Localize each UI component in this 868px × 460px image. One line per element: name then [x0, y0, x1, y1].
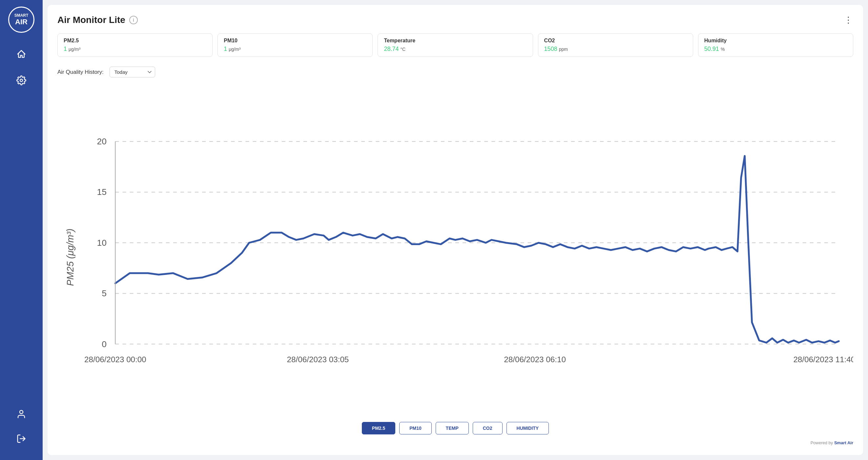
nav-items	[13, 43, 30, 406]
tab-co2[interactable]: CO2	[473, 422, 502, 434]
metric-humidity-value: 50.91 %	[704, 45, 847, 53]
y-tick-5: 5	[102, 288, 106, 298]
time-range-dropdown[interactable]: Today Yesterday Last 7 Days Last 30 Days	[110, 67, 155, 78]
x-tick-3: 28/06/2023 06:10	[504, 355, 566, 364]
metric-pm25: PM2.5 1 μg/m³	[57, 33, 213, 57]
sidebar-item-home[interactable]	[13, 46, 30, 62]
info-icon[interactable]: i	[129, 16, 138, 24]
y-tick-0: 0	[102, 339, 106, 349]
x-tick-4: 28/06/2023 11:40	[793, 355, 853, 364]
title-area: Air Monitor Lite i	[57, 15, 138, 25]
logo-line1: SMART	[14, 13, 29, 18]
tab-pm25[interactable]: PM2.5	[362, 422, 395, 434]
metric-co2-unit: ppm	[559, 47, 568, 52]
metric-pm10-label: PM10	[224, 38, 366, 43]
chart-wrapper: PM25 (μg/m³) 20 15 10 5 0 28/06/2023 00:…	[57, 84, 853, 416]
chart-line-pm25	[115, 156, 838, 342]
y-tick-20: 20	[97, 136, 106, 146]
metric-pm25-unit: μg/m³	[68, 47, 81, 52]
x-tick-2: 28/06/2023 03:05	[287, 355, 349, 364]
metric-pm25-number: 1	[64, 45, 67, 52]
metric-co2-label: CO2	[544, 38, 687, 43]
page-header: Air Monitor Lite i ⋮	[57, 15, 853, 25]
more-options-button[interactable]: ⋮	[844, 15, 853, 25]
tab-pm10[interactable]: PM10	[399, 422, 432, 434]
tab-humidity[interactable]: HUMIDITY	[506, 422, 549, 434]
x-tick-1: 28/06/2023 00:00	[84, 355, 146, 364]
metric-co2-value: 1508 ppm	[544, 45, 687, 53]
home-icon	[17, 49, 26, 59]
pm25-chart: PM25 (μg/m³) 20 15 10 5 0 28/06/2023 00:…	[57, 84, 853, 416]
metric-temp-number: 28.74	[384, 45, 399, 52]
metric-co2-number: 1508	[544, 45, 557, 52]
metric-pm10-unit: μg/m³	[229, 47, 241, 52]
svg-point-0	[20, 79, 23, 82]
logout-icon	[17, 434, 26, 443]
chart-tabs: PM2.5 PM10 TEMP CO2 HUMIDITY	[57, 422, 853, 434]
logo-line2: AIR	[15, 18, 28, 26]
svg-point-1	[20, 410, 23, 414]
main-content: Air Monitor Lite i ⋮ PM2.5 1 μg/m³ PM10 …	[48, 5, 863, 455]
sidebar-item-user[interactable]	[13, 406, 30, 422]
footer: Powered by Smart Air	[57, 438, 853, 445]
metric-humidity: Humidity 50.91 %	[698, 33, 853, 57]
metric-temp-label: Temperature	[384, 38, 527, 43]
y-tick-10: 10	[97, 238, 106, 248]
user-icon	[17, 409, 26, 419]
chart-container: PM25 (μg/m³) 20 15 10 5 0 28/06/2023 00:…	[57, 84, 853, 434]
page-title: Air Monitor Lite	[57, 15, 125, 25]
metric-pm10-number: 1	[224, 45, 227, 52]
y-axis-label: PM25 (μg/m³)	[65, 229, 75, 286]
metric-pm25-value: 1 μg/m³	[64, 45, 206, 53]
sidebar: SMART AIR	[0, 0, 43, 460]
gear-icon	[17, 75, 26, 85]
metric-pm25-label: PM2.5	[64, 38, 206, 43]
history-header: Air Quality History: Today Yesterday Las…	[57, 67, 853, 78]
history-label: Air Quality History:	[57, 69, 104, 75]
metric-pm10: PM10 1 μg/m³	[217, 33, 373, 57]
metric-co2: CO2 1508 ppm	[538, 33, 693, 57]
sidebar-item-logout[interactable]	[13, 430, 30, 447]
footer-link[interactable]: Smart Air	[834, 440, 853, 445]
y-tick-15: 15	[97, 187, 106, 197]
app-logo[interactable]: SMART AIR	[8, 6, 34, 33]
metric-temp-value: 28.74 °C	[384, 45, 527, 53]
metric-temperature: Temperature 28.74 °C	[378, 33, 533, 57]
sidebar-item-settings[interactable]	[13, 72, 30, 89]
metrics-row: PM2.5 1 μg/m³ PM10 1 μg/m³ Temperature 2…	[57, 33, 853, 57]
tab-temp[interactable]: TEMP	[436, 422, 469, 434]
metric-temp-unit: °C	[400, 47, 405, 52]
metric-humidity-number: 50.91	[704, 45, 719, 52]
metric-humidity-unit: %	[721, 47, 725, 52]
metric-pm10-value: 1 μg/m³	[224, 45, 366, 53]
info-icon-label: i	[133, 18, 134, 23]
metric-humidity-label: Humidity	[704, 38, 847, 43]
footer-text: Powered by	[811, 440, 834, 445]
sidebar-bottom	[13, 406, 30, 454]
